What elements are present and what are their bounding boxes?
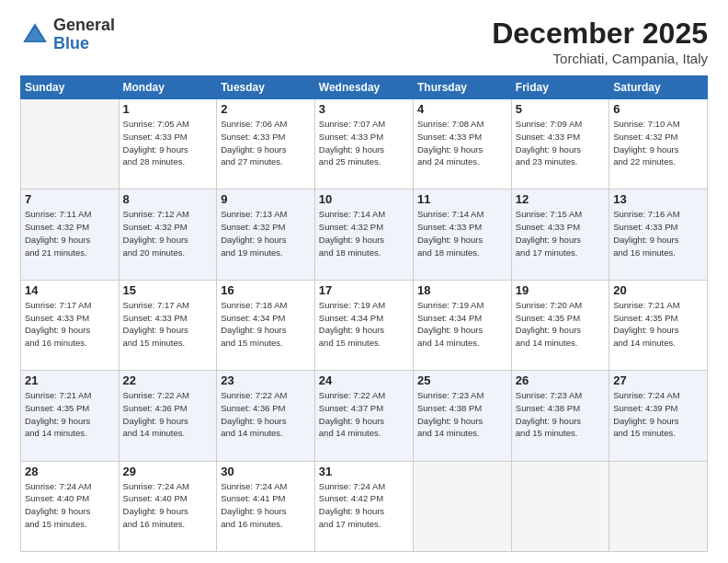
logo-general: General xyxy=(53,17,115,35)
page: General Blue December 2025 Torchiati, Ca… xyxy=(0,0,728,563)
day-info: Sunrise: 7:16 AM Sunset: 4:33 PM Dayligh… xyxy=(613,208,703,259)
day-header: Friday xyxy=(511,76,609,99)
day-number: 3 xyxy=(319,102,409,116)
day-number: 29 xyxy=(123,465,213,478)
day-number: 17 xyxy=(319,283,409,297)
day-info: Sunrise: 7:14 AM Sunset: 4:32 PM Dayligh… xyxy=(319,208,409,259)
calendar-cell: 31Sunrise: 7:24 AM Sunset: 4:42 PM Dayli… xyxy=(314,461,413,551)
day-number: 11 xyxy=(417,192,507,206)
day-info: Sunrise: 7:21 AM Sunset: 4:35 PM Dayligh… xyxy=(613,299,703,350)
calendar-cell: 11Sunrise: 7:14 AM Sunset: 4:33 PM Dayli… xyxy=(413,190,511,280)
day-number: 24 xyxy=(319,373,409,387)
logo: General Blue xyxy=(20,17,115,53)
day-number: 28 xyxy=(25,465,115,478)
calendar-cell: 17Sunrise: 7:19 AM Sunset: 4:34 PM Dayli… xyxy=(314,280,413,370)
calendar-cell: 1Sunrise: 7:05 AM Sunset: 4:33 PM Daylig… xyxy=(119,99,217,190)
calendar-cell xyxy=(511,461,609,551)
day-number: 4 xyxy=(417,102,507,116)
day-number: 15 xyxy=(123,283,213,297)
calendar-header-row: SundayMondayTuesdayWednesdayThursdayFrid… xyxy=(21,76,708,99)
calendar-week-row: 14Sunrise: 7:17 AM Sunset: 4:33 PM Dayli… xyxy=(21,280,708,370)
day-info: Sunrise: 7:24 AM Sunset: 4:40 PM Dayligh… xyxy=(25,480,115,531)
day-info: Sunrise: 7:05 AM Sunset: 4:33 PM Dayligh… xyxy=(123,118,213,168)
day-info: Sunrise: 7:22 AM Sunset: 4:36 PM Dayligh… xyxy=(221,389,311,440)
day-number: 13 xyxy=(613,192,703,206)
day-number: 26 xyxy=(516,373,605,387)
day-info: Sunrise: 7:11 AM Sunset: 4:32 PM Dayligh… xyxy=(25,208,115,259)
calendar-cell: 12Sunrise: 7:15 AM Sunset: 4:33 PM Dayli… xyxy=(511,190,609,280)
day-info: Sunrise: 7:20 AM Sunset: 4:35 PM Dayligh… xyxy=(516,299,605,350)
day-info: Sunrise: 7:23 AM Sunset: 4:38 PM Dayligh… xyxy=(516,389,605,440)
day-info: Sunrise: 7:08 AM Sunset: 4:33 PM Dayligh… xyxy=(417,118,507,168)
day-info: Sunrise: 7:18 AM Sunset: 4:34 PM Dayligh… xyxy=(221,299,311,350)
day-number: 20 xyxy=(613,283,703,297)
day-info: Sunrise: 7:24 AM Sunset: 4:42 PM Dayligh… xyxy=(319,480,409,531)
calendar-cell: 2Sunrise: 7:06 AM Sunset: 4:33 PM Daylig… xyxy=(217,99,315,190)
day-info: Sunrise: 7:23 AM Sunset: 4:38 PM Dayligh… xyxy=(417,389,507,440)
calendar-cell: 26Sunrise: 7:23 AM Sunset: 4:38 PM Dayli… xyxy=(511,371,609,461)
day-number: 6 xyxy=(613,102,703,116)
calendar-cell: 18Sunrise: 7:19 AM Sunset: 4:34 PM Dayli… xyxy=(413,280,511,370)
day-info: Sunrise: 7:22 AM Sunset: 4:36 PM Dayligh… xyxy=(123,389,213,440)
day-info: Sunrise: 7:24 AM Sunset: 4:40 PM Dayligh… xyxy=(123,480,213,531)
day-number: 1 xyxy=(123,102,213,116)
day-number: 19 xyxy=(516,283,605,297)
day-info: Sunrise: 7:06 AM Sunset: 4:33 PM Dayligh… xyxy=(221,118,311,168)
calendar-cell: 16Sunrise: 7:18 AM Sunset: 4:34 PM Dayli… xyxy=(217,280,315,370)
calendar-cell: 27Sunrise: 7:24 AM Sunset: 4:39 PM Dayli… xyxy=(609,371,708,461)
calendar-cell xyxy=(609,461,708,551)
day-header: Tuesday xyxy=(217,76,315,99)
calendar-cell xyxy=(413,461,511,551)
day-info: Sunrise: 7:19 AM Sunset: 4:34 PM Dayligh… xyxy=(417,299,507,350)
calendar-cell: 30Sunrise: 7:24 AM Sunset: 4:41 PM Dayli… xyxy=(217,461,315,551)
day-info: Sunrise: 7:24 AM Sunset: 4:39 PM Dayligh… xyxy=(613,389,703,440)
day-header: Wednesday xyxy=(314,76,413,99)
calendar-cell: 25Sunrise: 7:23 AM Sunset: 4:38 PM Dayli… xyxy=(413,371,511,461)
day-number: 18 xyxy=(417,283,507,297)
day-info: Sunrise: 7:10 AM Sunset: 4:32 PM Dayligh… xyxy=(613,118,703,168)
calendar-cell: 23Sunrise: 7:22 AM Sunset: 4:36 PM Dayli… xyxy=(217,371,315,461)
day-number: 12 xyxy=(516,192,605,206)
day-info: Sunrise: 7:17 AM Sunset: 4:33 PM Dayligh… xyxy=(25,299,115,350)
day-header: Monday xyxy=(119,76,217,99)
calendar-cell: 6Sunrise: 7:10 AM Sunset: 4:32 PM Daylig… xyxy=(609,99,708,190)
month-title: December 2025 xyxy=(492,17,708,51)
calendar-cell: 20Sunrise: 7:21 AM Sunset: 4:35 PM Dayli… xyxy=(609,280,708,370)
day-number: 2 xyxy=(221,102,311,116)
calendar: SundayMondayTuesdayWednesdayThursdayFrid… xyxy=(20,75,708,552)
calendar-cell: 5Sunrise: 7:09 AM Sunset: 4:33 PM Daylig… xyxy=(511,99,609,190)
calendar-cell: 8Sunrise: 7:12 AM Sunset: 4:32 PM Daylig… xyxy=(119,190,217,280)
day-number: 14 xyxy=(25,283,115,297)
day-number: 22 xyxy=(123,373,213,387)
calendar-cell: 3Sunrise: 7:07 AM Sunset: 4:33 PM Daylig… xyxy=(314,99,413,190)
calendar-cell: 13Sunrise: 7:16 AM Sunset: 4:33 PM Dayli… xyxy=(609,190,708,280)
calendar-cell: 14Sunrise: 7:17 AM Sunset: 4:33 PM Dayli… xyxy=(21,280,119,370)
day-number: 9 xyxy=(221,192,311,206)
header: General Blue December 2025 Torchiati, Ca… xyxy=(20,17,708,66)
day-info: Sunrise: 7:13 AM Sunset: 4:32 PM Dayligh… xyxy=(221,208,311,259)
day-number: 10 xyxy=(319,192,409,206)
day-info: Sunrise: 7:22 AM Sunset: 4:37 PM Dayligh… xyxy=(319,389,409,440)
day-number: 25 xyxy=(417,373,507,387)
day-number: 16 xyxy=(221,283,311,297)
day-number: 7 xyxy=(25,192,115,206)
calendar-week-row: 1Sunrise: 7:05 AM Sunset: 4:33 PM Daylig… xyxy=(21,99,708,190)
logo-blue: Blue xyxy=(53,35,115,53)
day-info: Sunrise: 7:14 AM Sunset: 4:33 PM Dayligh… xyxy=(417,208,507,259)
calendar-cell: 9Sunrise: 7:13 AM Sunset: 4:32 PM Daylig… xyxy=(217,190,315,280)
day-info: Sunrise: 7:09 AM Sunset: 4:33 PM Dayligh… xyxy=(516,118,605,168)
calendar-cell: 19Sunrise: 7:20 AM Sunset: 4:35 PM Dayli… xyxy=(511,280,609,370)
calendar-week-row: 21Sunrise: 7:21 AM Sunset: 4:35 PM Dayli… xyxy=(21,371,708,461)
day-info: Sunrise: 7:07 AM Sunset: 4:33 PM Dayligh… xyxy=(319,118,409,168)
day-header: Thursday xyxy=(413,76,511,99)
calendar-week-row: 28Sunrise: 7:24 AM Sunset: 4:40 PM Dayli… xyxy=(21,461,708,551)
day-info: Sunrise: 7:17 AM Sunset: 4:33 PM Dayligh… xyxy=(123,299,213,350)
calendar-week-row: 7Sunrise: 7:11 AM Sunset: 4:32 PM Daylig… xyxy=(21,190,708,280)
day-number: 30 xyxy=(221,465,311,478)
day-info: Sunrise: 7:12 AM Sunset: 4:32 PM Dayligh… xyxy=(123,208,213,259)
day-info: Sunrise: 7:24 AM Sunset: 4:41 PM Dayligh… xyxy=(221,480,311,531)
calendar-cell: 7Sunrise: 7:11 AM Sunset: 4:32 PM Daylig… xyxy=(21,190,119,280)
day-number: 23 xyxy=(221,373,311,387)
calendar-cell: 21Sunrise: 7:21 AM Sunset: 4:35 PM Dayli… xyxy=(21,371,119,461)
day-number: 5 xyxy=(516,102,605,116)
